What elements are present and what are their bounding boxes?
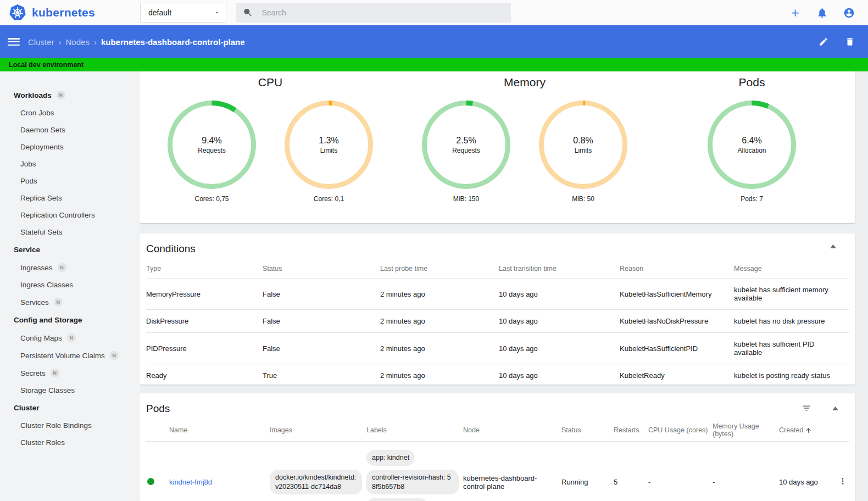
breadcrumb-cluster[interactable]: Cluster bbox=[28, 37, 54, 47]
main-content: CPU 9.4% Requests bbox=[140, 71, 868, 501]
sidebar-item-persistent-volume-claims[interactable]: Persistent Volume Claims N bbox=[0, 347, 140, 364]
conditions-title: Conditions bbox=[146, 233, 849, 259]
pod-memory-usage: - bbox=[713, 442, 779, 501]
breadcrumb: Cluster › Nodes › kubernetes-dashboard-c… bbox=[28, 37, 245, 47]
pod-restarts: 5 bbox=[614, 442, 648, 501]
sort-ascending-icon bbox=[805, 427, 812, 434]
pods-allocation-gauge: 6.4% Allocation Pods: 7 bbox=[706, 99, 797, 203]
pod-labels: app: kindnet controller-revision-hash: 5… bbox=[366, 450, 459, 501]
collapse-icon[interactable] bbox=[832, 407, 838, 410]
condition-row-memory-pressure: MemoryPressure False 2 minutes ago 10 da… bbox=[146, 279, 849, 310]
sidebar-group-config-storage: Config and Storage bbox=[0, 311, 140, 329]
column-header-type: Type bbox=[146, 259, 263, 279]
sidebar-item-services[interactable]: Services N bbox=[0, 293, 140, 311]
sidebar-item-replica-sets[interactable]: Replica Sets bbox=[0, 190, 140, 207]
pod-status: Running bbox=[561, 442, 614, 501]
collapse-icon[interactable] bbox=[830, 244, 836, 248]
new-badge: N bbox=[110, 351, 119, 360]
column-header-name[interactable]: Name bbox=[169, 419, 270, 442]
namespace-value: default bbox=[148, 8, 171, 17]
search-input[interactable] bbox=[260, 8, 504, 18]
new-badge: N bbox=[51, 369, 59, 377]
pods-section: Pods 6.4% Allocation bbox=[649, 74, 855, 223]
sidebar-item-storage-classes[interactable]: Storage Classes bbox=[0, 382, 140, 399]
condition-row-ready: Ready True 2 minutes ago 10 days ago Kub… bbox=[146, 364, 849, 387]
more-vertical-icon[interactable] bbox=[838, 476, 848, 486]
pod-name-link[interactable]: kindnet-fmj8d bbox=[169, 478, 212, 486]
brand-wordmark: kubernetes bbox=[32, 6, 95, 19]
memory-section-title: Memory bbox=[400, 74, 649, 91]
pod-label-chip: controller-revision-hash: 58f5b657b8 bbox=[366, 470, 459, 495]
cpu-section-title: CPU bbox=[140, 74, 400, 91]
memory-requests-gauge: 2.5% Requests MiB: 150 bbox=[421, 99, 511, 203]
pod-cpu-usage: - bbox=[648, 442, 713, 501]
namespace-selector[interactable]: default bbox=[140, 3, 226, 23]
column-header-last-transition-time: Last transition time bbox=[499, 259, 620, 279]
notifications-icon[interactable] bbox=[816, 7, 828, 19]
search-icon bbox=[243, 7, 253, 18]
column-header-created[interactable]: Created bbox=[779, 419, 838, 442]
edit-icon[interactable] bbox=[819, 37, 828, 47]
conditions-table: Type Status Last probe time Last transit… bbox=[146, 259, 849, 387]
add-icon[interactable] bbox=[789, 7, 801, 19]
sidebar-item-daemon-sets[interactable]: Daemon Sets bbox=[0, 121, 140, 138]
breadcrumb-bar: Cluster › Nodes › kubernetes-dashboard-c… bbox=[0, 25, 868, 58]
sidebar-item-ingress-classes[interactable]: Ingress Classes bbox=[0, 276, 140, 293]
pod-row-kindnet: kindnet-fmj8d docker.io/kindest/kindnetd… bbox=[146, 442, 849, 501]
sidebar-group-service: Service bbox=[0, 241, 140, 259]
column-header-restarts: Restarts bbox=[614, 419, 648, 442]
column-header-cpu-usage: CPU Usage (cores) bbox=[648, 419, 713, 442]
kubernetes-logo[interactable]: kubernetes bbox=[0, 4, 140, 21]
pods-card: Pods bbox=[140, 393, 855, 501]
pods-table: Name Images Labels Node Status Restarts … bbox=[146, 419, 849, 501]
page-title: kubernetes-dashboard-control-plane bbox=[101, 37, 245, 47]
sidebar-item-jobs[interactable]: Jobs bbox=[0, 155, 140, 172]
sidebar-item-replication-controllers[interactable]: Replication Controllers bbox=[0, 207, 140, 224]
column-header-labels: Labels bbox=[366, 419, 463, 442]
pod-label-chip: app: kindnet bbox=[366, 450, 415, 466]
search-bar bbox=[236, 3, 511, 23]
condition-row-pid-pressure: PIDPressure False 2 minutes ago 10 days … bbox=[146, 333, 849, 364]
pod-status-ok-icon bbox=[147, 478, 154, 485]
breadcrumb-nodes[interactable]: Nodes bbox=[66, 37, 90, 47]
pods-header-row: Name Images Labels Node Status Restarts … bbox=[146, 419, 849, 442]
sidebar-item-stateful-sets[interactable]: Stateful Sets bbox=[0, 224, 140, 241]
new-badge: N bbox=[67, 333, 76, 342]
sidebar-nav: Workloads N Cron Jobs Daemon Sets Deploy… bbox=[0, 71, 140, 501]
column-header-actions bbox=[838, 419, 849, 442]
pod-label-chip: k8s-app: kindnet bbox=[366, 498, 428, 501]
sidebar-item-secrets[interactable]: Secrets N bbox=[0, 364, 140, 382]
new-badge: N bbox=[57, 91, 65, 99]
sidebar-item-ingresses[interactable]: Ingresses N bbox=[0, 259, 140, 276]
filter-icon[interactable] bbox=[802, 403, 811, 413]
column-header-reason: Reason bbox=[620, 259, 734, 279]
breadcrumb-separator: › bbox=[59, 37, 62, 47]
column-header-images: Images bbox=[270, 419, 366, 442]
conditions-header-row: Type Status Last probe time Last transit… bbox=[146, 259, 849, 279]
memory-limits-gauge: 0.8% Limits MiB: 50 bbox=[538, 99, 628, 203]
kubernetes-wheel-icon bbox=[9, 4, 26, 21]
sidebar-item-pods[interactable]: Pods bbox=[0, 172, 140, 190]
sidebar-item-cluster-role-bindings[interactable]: Cluster Role Bindings bbox=[0, 417, 140, 434]
delete-icon[interactable] bbox=[845, 37, 855, 47]
column-header-status: Status bbox=[263, 259, 380, 279]
allocation-card: CPU 9.4% Requests bbox=[140, 71, 855, 223]
column-header-message: Message bbox=[734, 259, 849, 279]
pods-title: Pods bbox=[146, 393, 849, 419]
column-header-node: Node bbox=[463, 419, 561, 442]
account-icon[interactable] bbox=[843, 7, 855, 19]
cpu-section: CPU 9.4% Requests bbox=[140, 74, 400, 223]
sidebar-item-cluster-roles[interactable]: Cluster Roles bbox=[0, 434, 140, 451]
sidebar-item-config-maps[interactable]: Config Maps N bbox=[0, 329, 140, 347]
cpu-limits-gauge: 1.3% Limits Cores: 0,1 bbox=[283, 99, 374, 203]
environment-banner-text: Local dev environment bbox=[9, 61, 84, 69]
pod-image-chip: docker.io/kindest/kindnetd:v20230511-dc7… bbox=[270, 470, 362, 495]
pod-node: kubernetes-dashboard-control-plane bbox=[463, 474, 546, 491]
cpu-requests-gauge: 9.4% Requests Cores: 0,75 bbox=[166, 99, 257, 203]
menu-icon[interactable] bbox=[8, 38, 20, 46]
sidebar-item-deployments[interactable]: Deployments bbox=[0, 138, 140, 155]
sidebar-item-cron-jobs[interactable]: Cron Jobs bbox=[0, 104, 140, 121]
kubernetes-dashboard: kubernetes default bbox=[0, 0, 868, 501]
resource-actions bbox=[819, 37, 855, 47]
column-header-status-dot bbox=[146, 419, 169, 442]
